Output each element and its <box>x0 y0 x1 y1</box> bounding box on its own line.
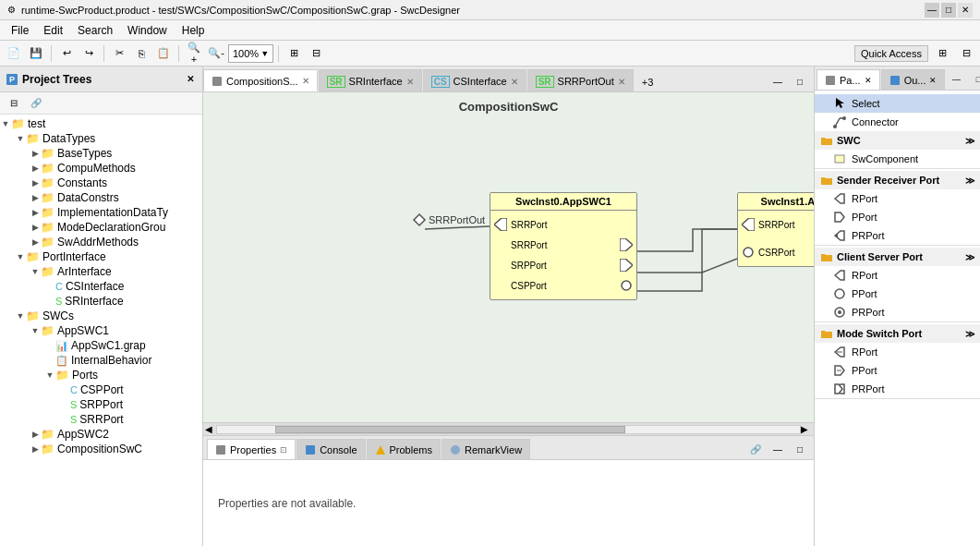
tree-item-srpport[interactable]: ▶ S SRPPort <box>0 397 202 412</box>
bottom-panel-minimize[interactable]: — <box>768 439 788 459</box>
tree-item-swaddrmethods[interactable]: ▶ 📁 SwAddrMethods <box>0 235 202 249</box>
tree-item-srrport[interactable]: ▶ S SRRPort <box>0 412 202 427</box>
swc-block-1[interactable]: SwcInst0.AppSWC1 SRRPort SRRPort SRPPort <box>490 192 637 300</box>
palette-pport-cs[interactable]: PPort <box>815 285 980 303</box>
tab-console[interactable]: Console <box>296 439 365 459</box>
bottom-panel-link[interactable]: 🔗 <box>745 439 766 459</box>
palette-swcomponent[interactable]: SwComponent <box>815 150 980 168</box>
palette-select[interactable]: Select <box>815 94 980 113</box>
palette-prport-ms[interactable]: PRPort <box>815 380 980 398</box>
scrollbar-thumb[interactable] <box>275 426 625 433</box>
zoom-dropdown-icon[interactable]: ▼ <box>260 49 269 58</box>
tab-overflow[interactable]: +3 <box>635 73 661 91</box>
menu-file[interactable]: File <box>4 22 36 39</box>
palette-section-swc-header[interactable]: SWC ≫ <box>815 131 980 150</box>
palette-rport-cs[interactable]: RPort <box>815 266 980 285</box>
tree-item-csinterface[interactable]: ▶ C CSInterface <box>0 279 202 294</box>
project-trees-close[interactable]: ✕ <box>184 73 197 86</box>
tab-close-srrportout[interactable]: ✕ <box>618 77 625 87</box>
tree-item-swcs[interactable]: ▼ 📁 SWCs <box>0 309 202 323</box>
toolbar-paste[interactable]: 📋 <box>153 43 174 64</box>
palette-section-cs-header[interactable]: Client Server Port ≫ <box>815 248 980 266</box>
tab-close-srinterface[interactable]: ✕ <box>406 77 414 87</box>
tab-remarkview[interactable]: RemarkView <box>442 439 530 459</box>
tree-item-ports[interactable]: ▼ 📁 Ports <box>0 368 202 382</box>
scrollbar-track[interactable] <box>216 425 801 434</box>
tab-srinterface[interactable]: SR SRInterface ✕ <box>319 69 422 91</box>
tab-maximize[interactable]: □ <box>790 71 810 91</box>
toolbar-grid[interactable]: ⊟ <box>306 43 326 64</box>
tree-item-compumethods[interactable]: ▶ 📁 CompuMethods <box>0 161 202 176</box>
toolbar-redo[interactable]: ↪ <box>79 43 99 64</box>
diagram-canvas[interactable]: CompositionSwC SRRPortOut SwcInst0.AppSW… <box>203 92 814 422</box>
tree-item-appswc2[interactable]: ▶ 📁 AppSWC2 <box>0 427 202 442</box>
toolbar-new[interactable]: 📄 <box>4 43 24 64</box>
tree-item-cspport[interactable]: ▶ C CSPPort <box>0 382 202 397</box>
right-tab-ou[interactable]: Ou... ✕ <box>881 69 946 90</box>
palette-rport-sr[interactable]: RPort <box>815 189 980 208</box>
palette-prport-sr[interactable]: PRPort <box>815 226 980 245</box>
tab-srrportout[interactable]: SR SRRPortOut ✕ <box>527 69 634 91</box>
tree-toolbar-collapse[interactable]: ⊟ <box>4 93 24 114</box>
prport-sr-icon <box>833 229 846 242</box>
quick-access-btn2[interactable]: ⊟ <box>956 43 976 64</box>
scroll-right[interactable]: ▶ <box>801 424 812 434</box>
menu-window[interactable]: Window <box>120 22 175 39</box>
tree-item-basetypes[interactable]: ▶ 📁 BaseTypes <box>0 146 202 161</box>
tab-close-csinterface[interactable]: ✕ <box>511 77 518 87</box>
palette-rport-ms[interactable]: RPort <box>815 343 980 361</box>
tree-item-appswc1grap[interactable]: ▶ 📊 AppSwC1.grap <box>0 338 202 353</box>
tree-item-appswc1[interactable]: ▼ 📁 AppSWC1 <box>0 323 202 338</box>
palette-connector[interactable]: Connector <box>815 113 980 131</box>
tab-compositionswc[interactable]: CompositionS... ✕ <box>203 69 318 91</box>
tree-item-arinterface[interactable]: ▼ 📁 ArInterface <box>0 264 202 279</box>
tab-properties[interactable]: Properties ⊡ <box>207 439 296 459</box>
close-button[interactable]: ✕ <box>958 3 973 18</box>
palette-section-ms-header[interactable]: Mode Switch Port ≫ <box>815 324 980 343</box>
palette-pport-ms[interactable]: PPort <box>815 361 980 380</box>
tree-item-impldata[interactable]: ▶ 📁 ImplementationDataTy <box>0 205 202 220</box>
tree-item-test[interactable]: ▼ 📁 test <box>0 116 202 131</box>
swc-block-2[interactable]: SwcInst1.AppSWC2 SRRPort CSRPort <box>737 192 814 267</box>
minimize-button[interactable]: — <box>925 3 939 18</box>
scroll-left[interactable]: ◀ <box>205 424 216 434</box>
tree-item-portinterface[interactable]: ▼ 📁 PortInterface <box>0 249 202 264</box>
tree-item-constants[interactable]: ▶ 📁 Constants <box>0 176 202 190</box>
palette-pport-sr[interactable]: PPort <box>815 208 980 226</box>
toolbar-zoomout[interactable]: 🔍- <box>206 43 226 64</box>
tree-item-compositionswc[interactable]: ▶ 📁 CompositionSwC <box>0 442 202 456</box>
toolbar-layout[interactable]: ⊞ <box>284 43 304 64</box>
canvas-hscrollbar[interactable]: ◀ ▶ <box>203 422 814 435</box>
tree-item-modedecl[interactable]: ▶ 📁 ModeDeclarationGrou <box>0 220 202 235</box>
right-panel-maximize[interactable]: □ <box>968 69 980 90</box>
tree-item-dataconstr[interactable]: ▶ 📁 DataConstrs <box>0 190 202 205</box>
quick-access-btn1[interactable]: ⊞ <box>932 43 952 64</box>
tree-item-internalbehavior[interactable]: ▶ 📋 InternalBehavior <box>0 353 202 368</box>
maximize-button[interactable]: □ <box>941 3 956 18</box>
tab-close-compositionswc[interactable]: ✕ <box>302 76 309 86</box>
palette-section-sr-header[interactable]: Sender Receiver Port ≫ <box>815 171 980 189</box>
swc-block-2-title: SwcInst1.AppSWC2 <box>738 193 814 211</box>
tree-toolbar-link[interactable]: 🔗 <box>26 93 46 114</box>
tree-item-datatypes[interactable]: ▼ 📁 DataTypes <box>0 131 202 146</box>
menu-help[interactable]: Help <box>175 22 212 39</box>
properties-tab-sync[interactable]: ⊡ <box>280 445 287 455</box>
toolbar-cut[interactable]: ✂ <box>109 43 129 64</box>
toolbar-copy[interactable]: ⎘ <box>131 43 151 64</box>
bottom-panel-maximize[interactable]: □ <box>790 439 810 459</box>
ou-tab-close[interactable]: ✕ <box>929 76 937 85</box>
menu-edit[interactable]: Edit <box>36 22 70 39</box>
tree-item-srinterface[interactable]: ▶ S SRInterface <box>0 294 202 309</box>
palette-prport-cs[interactable]: PRPort <box>815 303 980 322</box>
right-tab-pa[interactable]: Pa... ✕ <box>817 69 880 90</box>
toolbar-zoomin[interactable]: 🔍+ <box>184 43 204 64</box>
toolbar-save[interactable]: 💾 <box>26 43 46 64</box>
tab-csinterface[interactable]: CS CSInterface ✕ <box>423 69 526 91</box>
app-icon: ⚙ <box>7 5 16 15</box>
right-panel-minimize[interactable]: — <box>946 69 966 90</box>
toolbar-undo[interactable]: ↩ <box>56 43 77 64</box>
tab-problems[interactable]: Problems <box>367 439 441 459</box>
menu-search[interactable]: Search <box>70 22 120 39</box>
pa-tab-close[interactable]: ✕ <box>865 76 872 85</box>
tab-minimize[interactable]: — <box>768 71 788 91</box>
